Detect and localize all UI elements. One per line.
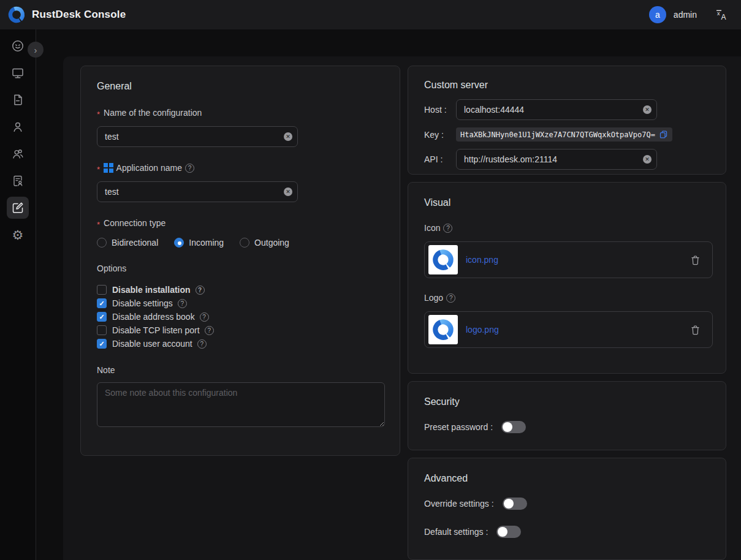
sidebar: › [0,29,36,560]
help-icon[interactable]: ? [205,326,214,335]
config-name-input[interactable] [97,126,298,147]
radio-outgoing[interactable]: Outgoing [240,238,289,248]
radio-dot[interactable] [97,238,107,248]
clear-icon[interactable]: ✕ [643,155,652,164]
trash-icon[interactable] [690,324,701,336]
avatar[interactable]: a [649,6,666,23]
checkbox-disable-user-account[interactable]: ✓Disable user account? [97,337,384,350]
sidebar-item-settings[interactable]: ⚙ [7,224,29,246]
help-icon[interactable]: ? [200,312,209,322]
custom-server-title: Custom server [424,80,710,91]
icon-label: Icon ? [424,223,710,233]
host-label: Host : [424,105,456,115]
user-icon [11,120,25,134]
document-icon [11,93,25,107]
monitor-icon [11,66,25,80]
brand: RustDesk Console [7,6,126,24]
config-name-label: * Name of the configuration [97,108,384,118]
sidebar-item-address-books[interactable] [7,170,29,192]
main-content: General * Name of the configuration ✕ * … [36,29,741,560]
trash-icon[interactable] [690,254,701,266]
options-checklist: ✓Disable installation?✓Disable settings?… [97,283,384,350]
translate-icon[interactable]: x A [715,9,728,21]
visual-card: Visual Icon ? icon.png [408,182,726,374]
radio-label: Incoming [189,238,224,248]
api-label: API : [424,154,456,164]
advanced-card: Advanced Override settings : Default set… [408,458,726,560]
checkbox-box[interactable]: ✓ [97,312,107,322]
icon-file-link[interactable]: icon.png [466,255,498,265]
users-group-icon [11,147,25,161]
radio-incoming[interactable]: Incoming [174,238,224,248]
sidebar-item-groups[interactable] [7,143,29,165]
checkbox-disable-settings[interactable]: ✓Disable settings? [97,297,384,310]
sidebar-item-dashboard[interactable] [7,35,29,57]
checkbox-label: Disable TCP listen port [112,325,200,335]
help-icon[interactable]: ? [178,299,187,308]
server-key-value: HtaXBkJNHyn0e1U1jWXze7A7CN7QTGWqxkOtpaVp… [456,127,672,142]
rustdesk-logo-icon [431,248,455,271]
help-icon[interactable]: ? [446,293,455,303]
checkbox-box[interactable]: ✓ [97,325,107,335]
logo-thumbnail [428,315,458,344]
default-settings-toggle[interactable] [496,526,521,538]
help-icon[interactable]: ? [197,339,207,349]
override-settings-label: Override settings : [424,499,494,509]
preset-password-toggle[interactable] [501,421,526,433]
logo-label: Logo ? [424,293,710,303]
advanced-title: Advanced [424,473,710,484]
edit-square-icon [11,201,25,214]
checkbox-disable-installation[interactable]: ✓Disable installation? [97,283,384,297]
rustdesk-logo-icon [7,6,26,24]
gear-icon: ⚙ [12,229,24,241]
help-icon[interactable]: ? [443,224,452,233]
help-icon[interactable]: ? [196,286,205,295]
help-icon[interactable]: ? [185,164,194,173]
checkbox-disable-address-book[interactable]: ✓Disable address book? [97,310,384,324]
svg-text:A: A [721,13,726,21]
sidebar-item-audit[interactable] [7,89,29,111]
visual-title: Visual [424,197,710,208]
api-input[interactable] [456,149,657,170]
security-title: Security [424,396,710,407]
application-name-label: * Application name ? [97,163,384,173]
document-user-icon [11,174,25,187]
security-card: Security Preset password : [408,381,726,450]
custom-server-card: Custom server Host : ✕ Key : HtaXBkJNHyn… [408,66,726,175]
smiley-face-icon [11,39,25,53]
checkbox-box[interactable]: ✓ [97,285,107,295]
host-input[interactable] [456,99,657,120]
note-label: Note [97,365,384,375]
checkbox-label: Disable user account [112,339,192,349]
sidebar-item-devices[interactable] [7,62,29,84]
radio-dot[interactable] [174,238,184,248]
rustdesk-logo-icon [431,318,455,341]
checkbox-box[interactable]: ✓ [97,298,107,308]
sidebar-expand-button[interactable]: › [28,42,44,58]
preset-password-label: Preset password : [424,422,493,432]
clear-icon[interactable]: ✕ [284,187,292,196]
copy-icon[interactable] [659,130,668,139]
clear-icon[interactable]: ✕ [284,132,292,141]
checkbox-label: Disable installation [112,285,191,295]
connection-type-label: * Connection type [97,218,384,228]
checkbox-box[interactable]: ✓ [97,339,107,349]
sidebar-item-custom-clients[interactable] [7,197,29,219]
checkbox-disable-tcp-listen-port[interactable]: ✓Disable TCP listen port? [97,324,384,337]
icon-thumbnail [428,245,458,274]
override-settings-toggle[interactable] [503,498,527,510]
application-name-input[interactable] [97,181,298,202]
logo-file-box: logo.png [424,311,713,348]
username[interactable]: admin [674,10,697,20]
windows-icon [104,163,113,173]
connection-type-radio-group: BidirectionalIncomingOutgoing [97,238,384,248]
logo-file-link[interactable]: logo.png [466,325,499,335]
note-textarea[interactable] [97,382,385,427]
app-title: RustDesk Console [32,9,126,21]
checkbox-label: Disable settings [112,298,173,308]
clear-icon[interactable]: ✕ [643,105,652,114]
sidebar-item-users[interactable] [7,116,29,138]
checkbox-label: Disable address book [112,312,195,322]
radio-bidirectional[interactable]: Bidirectional [97,238,158,248]
radio-dot[interactable] [240,238,249,248]
